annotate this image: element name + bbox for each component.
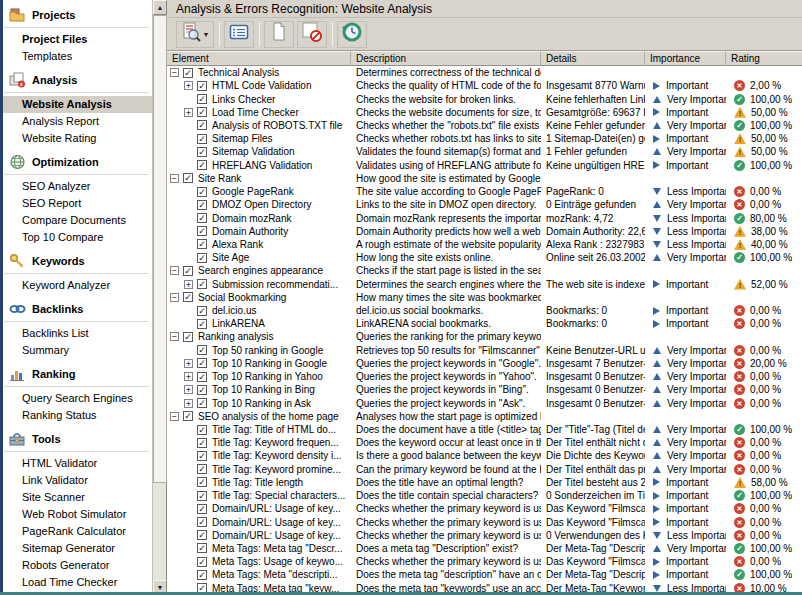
table-row[interactable]: ✓Analysis of ROBOTS.TXT fileChecks wheth… (167, 119, 802, 132)
row-checkbox[interactable]: ✓ (197, 134, 207, 144)
sidebar-item-compare-documents[interactable]: Compare Documents (3, 212, 152, 229)
scroll-up-icon[interactable]: ▲ (153, 0, 167, 15)
collapse-box-icon[interactable]: − (170, 174, 179, 183)
table-row[interactable]: ✓LinkARENALinkARENA social bookmarks.Boo… (167, 317, 802, 330)
report-view-button[interactable] (224, 21, 254, 48)
table-row[interactable]: ✓Title Tag: Keyword density i...Is there… (167, 449, 802, 462)
row-checkbox[interactable]: ✓ (197, 345, 207, 355)
table-row[interactable]: ✓Meta Tags: Meta tag "Descr...Does a met… (167, 542, 802, 555)
table-row[interactable]: +✓HTML Code ValidationChecks the quality… (167, 79, 802, 92)
row-checkbox[interactable]: ✓ (183, 332, 193, 342)
row-checkbox[interactable]: ✓ (183, 411, 193, 421)
row-checkbox[interactable]: ✓ (197, 451, 207, 461)
expand-box-icon[interactable]: + (184, 385, 193, 394)
sidebar-item-load-time-checker[interactable]: Load Time Checker (3, 574, 152, 591)
table-row[interactable]: ✓Domain mozRankDomain mozRank represents… (167, 211, 802, 224)
table-row[interactable]: −✓Ranking analysisQueries the ranking fo… (167, 330, 802, 343)
row-checkbox[interactable]: ✓ (197, 107, 207, 117)
table-row[interactable]: ✓Title Tag: Title lengthDoes the title h… (167, 476, 802, 489)
row-checkbox[interactable]: ✓ (197, 187, 207, 197)
row-checkbox[interactable]: ✓ (197, 226, 207, 236)
table-row[interactable]: ✓del.icio.usdel.icio.us social bookmarks… (167, 304, 802, 317)
row-checkbox[interactable]: ✓ (197, 543, 207, 553)
row-checkbox[interactable]: ✓ (197, 253, 207, 263)
sidebar-scrollbar[interactable]: ▲ ▼ (152, 0, 166, 595)
sidebar-section-header[interactable]: Optimization (4, 151, 149, 175)
stop-button[interactable] (297, 21, 327, 48)
expand-box-icon[interactable]: + (184, 372, 193, 381)
table-row[interactable]: ✓Title Tag: Keyword frequen...Does the k… (167, 436, 802, 449)
sidebar-item-site-scanner[interactable]: Site Scanner (3, 489, 152, 506)
table-row[interactable]: ✓DMOZ Open DirectoryLinks to the site in… (167, 198, 802, 211)
collapse-box-icon[interactable]: − (170, 68, 179, 77)
row-checkbox[interactable]: ✓ (197, 570, 207, 580)
row-checkbox[interactable]: ✓ (197, 398, 207, 408)
scrollbar-thumb[interactable] (153, 15, 167, 483)
sidebar-item-query-search-engines[interactable]: Query Search Engines (3, 390, 152, 407)
sidebar-section-header[interactable]: Keywords (4, 250, 149, 274)
sidebar-item-analysis-report[interactable]: Analysis Report (3, 113, 152, 130)
row-checkbox[interactable]: ✓ (197, 120, 207, 130)
table-row[interactable]: −✓Technical AnalysisDetermines correctne… (167, 66, 802, 79)
collapse-box-icon[interactable]: − (170, 332, 179, 341)
sidebar-item-website-rating[interactable]: Website Rating (3, 130, 152, 147)
row-checkbox[interactable]: ✓ (197, 200, 207, 210)
sidebar-item-backlinks-list[interactable]: Backlinks List (3, 325, 152, 342)
table-row[interactable]: ✓Domain/URL: Usage of key...Checks wheth… (167, 502, 802, 515)
row-checkbox[interactable]: ✓ (183, 266, 193, 276)
sidebar-item-web-robot-simulator[interactable]: Web Robot Simulator (3, 506, 152, 523)
table-row[interactable]: +✓Top 10 Ranking in AskQueries the proje… (167, 396, 802, 409)
row-checkbox[interactable]: ✓ (197, 239, 207, 249)
table-row[interactable]: +✓Load Time CheckerChecks the website do… (167, 106, 802, 119)
table-row[interactable]: +✓Submission recommendati...Determines t… (167, 278, 802, 291)
row-checkbox[interactable]: ✓ (197, 491, 207, 501)
row-checkbox[interactable]: ✓ (183, 68, 193, 78)
table-row[interactable]: ✓Google PageRankThe site value according… (167, 185, 802, 198)
new-document-button[interactable] (264, 21, 294, 48)
sidebar-section-header[interactable]: Tools (4, 428, 149, 452)
sidebar-item-link-validator[interactable]: Link Validator (3, 472, 152, 489)
row-checkbox[interactable]: ✓ (197, 94, 207, 104)
sidebar-item-website-analysis[interactable]: Website Analysis (3, 96, 152, 113)
row-checkbox[interactable]: ✓ (197, 385, 207, 395)
row-checkbox[interactable]: ✓ (197, 464, 207, 474)
table-row[interactable]: ✓Domain/URL: Usage of key...Checks wheth… (167, 529, 802, 542)
table-row[interactable]: ✓Sitemap FilesChecks whether robots.txt … (167, 132, 802, 145)
row-checkbox[interactable]: ✓ (197, 517, 207, 527)
history-button[interactable] (337, 21, 367, 48)
sidebar-item-robots-generator[interactable]: Robots Generator (3, 557, 152, 574)
collapse-box-icon[interactable]: − (170, 412, 179, 421)
table-row[interactable]: ✓Site AgeHow long the site exists online… (167, 251, 802, 264)
table-row[interactable]: −✓Social BookmarkingHow many times the s… (167, 291, 802, 304)
row-checkbox[interactable]: ✓ (197, 358, 207, 368)
row-checkbox[interactable]: ✓ (197, 477, 207, 487)
sidebar-item-seo-report[interactable]: SEO Report (3, 195, 152, 212)
table-row[interactable]: ✓Links CheckerChecks the website for bro… (167, 92, 802, 105)
table-row[interactable]: ✓HREFLANG ValidationValidates using of H… (167, 159, 802, 172)
table-row[interactable]: ✓Sitemap ValidationValidates the found s… (167, 145, 802, 158)
row-checkbox[interactable]: ✓ (197, 160, 207, 170)
expand-box-icon[interactable]: + (184, 359, 193, 368)
table-row[interactable]: ✓Title Tag: Title of HTML do...Does the … (167, 423, 802, 436)
sidebar-item-sitemap-generator[interactable]: Sitemap Generator (3, 540, 152, 557)
table-row[interactable]: ✓Meta Tags: Meta "descripti...Does the m… (167, 568, 802, 581)
row-checkbox[interactable]: ✓ (197, 147, 207, 157)
collapse-box-icon[interactable]: − (170, 293, 179, 302)
table-row[interactable]: ✓Title Tag: Keyword promine...Can the pr… (167, 463, 802, 476)
row-checkbox[interactable]: ✓ (197, 504, 207, 514)
analyze-button[interactable]: ▼ (176, 21, 214, 48)
table-row[interactable]: ✓Domain AuthorityDomain Authority predic… (167, 225, 802, 238)
sidebar-section-header[interactable]: Projects (4, 4, 149, 28)
sidebar-item-templates[interactable]: Templates (3, 48, 152, 65)
sidebar-item-project-files[interactable]: Project Files (3, 31, 152, 48)
sidebar-section-header[interactable]: Ranking (4, 363, 149, 387)
table-row[interactable]: +✓Top 10 Ranking in GoogleQueries the pr… (167, 357, 802, 370)
sidebar-item-html-validator[interactable]: HTML Validator (3, 455, 152, 472)
table-row[interactable]: ✓Meta Tags: Usage of keywo...Checks whet… (167, 555, 802, 568)
row-checkbox[interactable]: ✓ (197, 530, 207, 540)
sidebar-item-pagerank-calculator[interactable]: PageRank Calculator (3, 523, 152, 540)
column-header-details[interactable]: Details (541, 51, 645, 66)
column-header-rating[interactable]: Rating (726, 51, 802, 66)
row-checkbox[interactable]: ✓ (197, 81, 207, 91)
table-row[interactable]: ✓Title Tag: Special characters...Does th… (167, 489, 802, 502)
